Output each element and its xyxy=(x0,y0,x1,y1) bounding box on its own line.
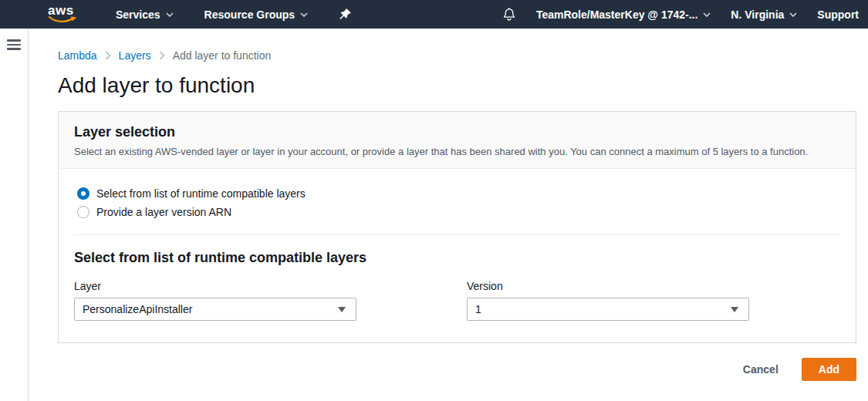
chevron-down-icon xyxy=(166,12,174,17)
version-field-label: Version xyxy=(467,280,749,292)
radio-provide-arn[interactable]: Provide a layer version ARN xyxy=(77,206,840,218)
layer-field-label: Layer xyxy=(74,280,356,292)
aws-logo[interactable]: aws xyxy=(48,4,79,25)
layer-selection-card: Layer selection Select an existing AWS-v… xyxy=(58,111,856,343)
nav-resource-groups-label: Resource Groups xyxy=(204,8,295,21)
form-actions: Cancel Add xyxy=(58,358,856,381)
layer-select-value: PersonalizeApiInstaller xyxy=(75,303,192,315)
field-row: Layer PersonalizeApiInstaller Version 1 xyxy=(74,280,840,321)
chevron-right-icon xyxy=(105,51,111,60)
radio-label: Provide a layer version ARN xyxy=(96,206,231,218)
cancel-button[interactable]: Cancel xyxy=(743,363,778,376)
breadcrumb: Lambda Layers Add layer to function xyxy=(58,49,856,62)
card-body: Select from list of runtime compatible l… xyxy=(59,169,856,342)
breadcrumb-layers-link[interactable]: Layers xyxy=(119,49,151,62)
breadcrumb-current-page: Add layer to function xyxy=(173,49,272,62)
radio-button-icon xyxy=(77,187,90,200)
nav-support-label: Support xyxy=(817,8,859,21)
nav-services-menu[interactable]: Services xyxy=(116,8,174,21)
nav-account-label: TeamRole/MasterKey @ 1742-... xyxy=(536,8,697,21)
chevron-down-icon xyxy=(789,12,797,17)
radio-button-icon xyxy=(77,206,90,218)
add-button[interactable]: Add xyxy=(802,358,856,381)
card-header: Layer selection Select an existing AWS-v… xyxy=(59,112,856,169)
main-content: Lambda Layers Add layer to function Add … xyxy=(29,29,868,401)
breadcrumb-lambda-link[interactable]: Lambda xyxy=(58,49,97,62)
dropdown-caret-icon xyxy=(731,307,738,312)
section-divider xyxy=(74,234,840,235)
chevron-down-icon xyxy=(703,12,711,17)
top-navigation-bar: aws Services Resource Groups TeamRo xyxy=(0,0,868,29)
page-title: Add layer to function xyxy=(58,73,856,98)
pushpin-icon[interactable] xyxy=(339,8,352,21)
nav-region-label: N. Virginia xyxy=(731,8,784,21)
aws-smile-icon xyxy=(49,15,78,25)
layer-select-dropdown[interactable]: PersonalizeApiInstaller xyxy=(74,298,356,321)
hamburger-menu-icon[interactable] xyxy=(7,39,21,50)
card-description: Select an existing AWS-vended layer or l… xyxy=(74,146,840,157)
nav-region-menu[interactable]: N. Virginia xyxy=(731,8,797,21)
nav-right-group: TeamRole/MasterKey @ 1742-... N. Virgini… xyxy=(502,7,868,22)
nav-account-menu[interactable]: TeamRole/MasterKey @ 1742-... xyxy=(536,8,711,21)
nav-support-menu[interactable]: Support xyxy=(817,8,859,21)
layer-field: Layer PersonalizeApiInstaller xyxy=(74,280,356,321)
radio-label: Select from list of runtime compatible l… xyxy=(96,187,306,200)
chevron-right-icon xyxy=(159,51,165,60)
dropdown-caret-icon xyxy=(338,307,346,312)
collapsed-sidebar xyxy=(0,29,29,401)
radio-select-from-list[interactable]: Select from list of runtime compatible l… xyxy=(77,187,840,200)
bell-icon[interactable] xyxy=(502,7,516,22)
card-title: Layer selection xyxy=(74,124,840,140)
nav-resource-groups-menu[interactable]: Resource Groups xyxy=(204,8,308,21)
version-select-dropdown[interactable]: 1 xyxy=(467,298,749,321)
chevron-down-icon xyxy=(300,12,308,17)
nav-services-label: Services xyxy=(116,8,160,21)
version-select-value: 1 xyxy=(468,303,481,315)
runtime-section-title: Select from list of runtime compatible l… xyxy=(74,250,840,266)
version-field: Version 1 xyxy=(467,280,749,321)
